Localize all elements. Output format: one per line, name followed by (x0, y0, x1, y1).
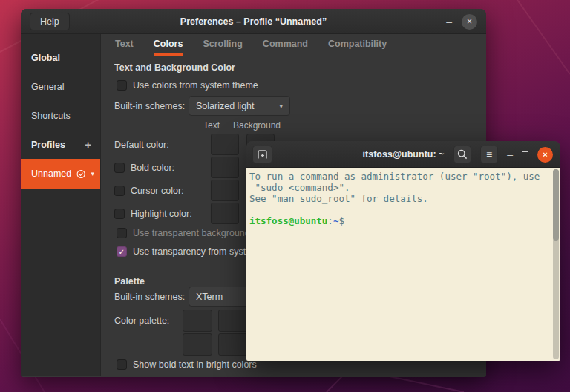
terminal-screen[interactable]: To run a command as administrator (user … (246, 168, 560, 361)
profile-active-check-icon (76, 169, 85, 180)
close-icon: × (467, 16, 472, 27)
show-bold-bright-row: Show bold text in bright colors (117, 359, 257, 370)
section-text-and-background-color: Text and Background Color (114, 62, 235, 73)
palette-swatch-1[interactable] (218, 310, 248, 332)
color-palette-label: Color palette: (114, 313, 169, 327)
preferences-titlebar[interactable]: Help Preferences – Profile “Unnamed” – × (21, 9, 486, 34)
terminal-minimize-icon[interactable]: – (507, 151, 513, 158)
palette-swatch-0[interactable] (183, 310, 212, 332)
terminal-output-line: See "man sudo_root" for details. (249, 193, 550, 204)
use-transparent-background-row: Use transparent background (117, 227, 250, 239)
builtin-schemes-label: Built-in schemes: (114, 101, 185, 111)
search-icon (457, 149, 468, 160)
profile-tabs: Text Colors Scrolling Command Compatibil… (101, 34, 486, 56)
new-tab-button[interactable] (252, 146, 272, 163)
profile-menu-caret-icon[interactable]: ▾ (91, 170, 94, 177)
cursor-color-checkbox[interactable] (114, 186, 125, 196)
prompt-dollar: $ (338, 215, 344, 226)
column-header-background: Background (229, 120, 284, 131)
terminal-output-line: To run a command as administrator (user … (249, 171, 550, 182)
search-button[interactable] (453, 146, 471, 163)
tab-text[interactable]: Text (115, 34, 134, 56)
tab-compatibility[interactable]: Compatibility (328, 34, 387, 56)
preferences-sidebar: Global General Shortcuts Profiles + Unna… (21, 34, 101, 376)
default-color-label: Default color: (114, 140, 169, 150)
terminal-output-line (249, 204, 550, 215)
builtin-schemes-value: Solarized light (196, 101, 255, 111)
tab-command[interactable]: Command (263, 34, 308, 56)
palette-swatch-3[interactable] (218, 333, 248, 356)
use-system-transparency-row: ✓ Use transparency from system (117, 246, 259, 258)
palette-builtin-schemes-label: Built-in schemes: (114, 292, 185, 302)
bold-color-swatch[interactable] (211, 157, 239, 178)
highlight-color-checkbox[interactable] (114, 209, 125, 219)
hamburger-menu-icon: ≡ (486, 148, 492, 160)
menu-button[interactable]: ≡ (480, 146, 498, 163)
builtin-schemes-dropdown[interactable]: Solarized light ▾ (189, 96, 290, 116)
sidebar-item-profiles: Profiles + (21, 130, 100, 159)
highlight-color-label: Highlight color: (131, 209, 192, 219)
section-palette: Palette (114, 276, 145, 287)
terminal-close-button[interactable]: × (537, 147, 553, 163)
tab-colors[interactable]: Colors (154, 34, 183, 56)
sidebar-item-global[interactable]: Global (21, 43, 100, 72)
terminal-window: itsfoss@ubuntu: ~ ≡ – × To run a command… (246, 141, 560, 361)
bold-color-label: Bold color: (131, 163, 174, 173)
checkmark-icon: ✓ (119, 248, 125, 256)
builtin-schemes-row: Built-in schemes: Solarized light ▾ (114, 96, 290, 116)
use-system-theme-checkbox[interactable] (117, 80, 127, 91)
close-button[interactable]: × (462, 14, 477, 30)
terminal-scrollbar[interactable] (553, 169, 559, 359)
new-tab-icon (257, 149, 268, 159)
preferences-window-title: Preferences – Profile “Unnamed” (21, 16, 486, 27)
prompt-user-host: itsfoss@ubuntu (249, 215, 327, 226)
use-system-theme-row: Use colors from system theme (117, 79, 258, 91)
use-system-transparency-checkbox[interactable]: ✓ (117, 246, 127, 257)
desktop: Help Preferences – Profile “Unnamed” – ×… (0, 0, 570, 392)
add-profile-button[interactable]: + (85, 138, 91, 151)
palette-builtin-schemes-value: XTerm (196, 292, 223, 302)
show-bold-bright-checkbox[interactable] (117, 359, 127, 370)
prompt-colon: : (327, 215, 333, 226)
default-text-color-swatch[interactable] (211, 134, 239, 155)
tab-scrolling[interactable]: Scrolling (203, 34, 242, 56)
profile-name-label: Unnamed (31, 169, 71, 179)
help-button[interactable]: Help (30, 13, 70, 30)
sidebar-item-shortcuts[interactable]: Shortcuts (21, 101, 100, 130)
column-header-text: Text (197, 120, 226, 131)
minimize-icon[interactable]: – (446, 18, 452, 25)
sidebar-item-profile-unnamed[interactable]: Unnamed ▾ (21, 159, 100, 189)
terminal-scrollbar-thumb[interactable] (553, 169, 559, 241)
cursor-color-label: Cursor color: (131, 186, 184, 196)
terminal-prompt: itsfoss@ubuntu:~$ (249, 215, 550, 226)
profiles-label: Profiles (31, 140, 65, 150)
sidebar-item-general[interactable]: General (21, 72, 100, 101)
cursor-text-color-swatch[interactable] (211, 180, 239, 201)
use-system-theme-label: Use colors from system theme (133, 80, 258, 91)
terminal-output-line: "sudo <command>". (249, 182, 550, 193)
terminal-titlebar[interactable]: itsfoss@ubuntu: ~ ≡ – × (246, 141, 560, 168)
highlight-text-color-swatch[interactable] (211, 203, 239, 224)
use-transparent-background-checkbox[interactable] (117, 228, 127, 238)
palette-swatch-2[interactable] (183, 333, 212, 356)
chevron-down-icon: ▾ (279, 102, 283, 110)
use-system-transparency-label: Use transparency from system (133, 246, 259, 257)
show-bold-bright-label: Show bold text in bright colors (133, 359, 257, 370)
bold-color-checkbox[interactable] (114, 163, 125, 173)
use-transparent-background-label: Use transparent background (133, 228, 250, 238)
terminal-maximize-icon[interactable] (522, 151, 528, 157)
terminal-close-icon: × (543, 150, 547, 159)
